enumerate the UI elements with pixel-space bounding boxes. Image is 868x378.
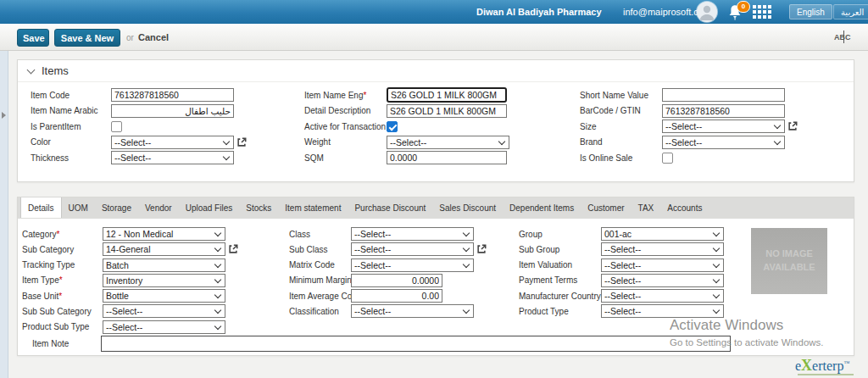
label-size: Size xyxy=(580,122,662,131)
tab-customer[interactable]: Customer xyxy=(581,197,631,218)
action-toolbar: Save Save & New or Cancel ABC xyxy=(0,24,868,51)
sqm-input[interactable] xyxy=(387,151,507,164)
save-and-new-button[interactable]: Save & New xyxy=(54,29,120,47)
item-image-placeholder: NO IMAGE AVAILABLE xyxy=(751,228,827,294)
label-weight: Weight xyxy=(304,137,387,147)
notification-count-badge: 0 xyxy=(737,1,750,13)
is-parent-item-checkbox[interactable] xyxy=(111,121,122,132)
tab-purchase-discount[interactable]: Purchase Discount xyxy=(348,197,432,218)
label-sub-sub-category: Sub Sub Category xyxy=(22,307,103,316)
tab-storage[interactable]: Storage xyxy=(95,197,138,218)
label-item-average-cost: Item Average Cost xyxy=(289,292,351,301)
apps-grid-icon[interactable] xyxy=(753,5,772,19)
chevron-down-icon xyxy=(713,307,720,314)
save-button[interactable]: Save xyxy=(17,29,49,47)
chevron-down-icon xyxy=(214,230,221,236)
chevron-down-icon xyxy=(774,122,781,129)
payment-terms-select[interactable]: --Select-- xyxy=(601,274,724,287)
label-category: Category* xyxy=(22,230,103,239)
label-matrix-code: Matrix Code xyxy=(289,260,351,270)
tab-upload-files[interactable]: Upload Files xyxy=(179,197,240,218)
top-header-bar: Diwan Al Badiyah Pharmacy info@maiprosof… xyxy=(0,0,868,24)
short-name-value-input[interactable] xyxy=(662,88,785,102)
chevron-down-icon xyxy=(214,260,221,267)
language-arabic-button[interactable]: العربية xyxy=(833,4,868,19)
item-note-row: Item Note xyxy=(32,336,731,352)
tracking-type-select[interactable]: Batch xyxy=(103,258,225,272)
tab-dependent-items[interactable]: Dependent Items xyxy=(503,197,581,218)
weight-select[interactable]: --Select-- xyxy=(387,136,509,149)
label-sqm: SQM xyxy=(304,153,387,163)
sidebar-expand-arrow-icon[interactable] xyxy=(2,112,6,119)
or-text: or xyxy=(126,33,134,42)
item-name-arabic-input[interactable] xyxy=(111,104,234,118)
text-cursor-icon xyxy=(843,31,844,43)
group-select[interactable]: 001-ac xyxy=(601,227,724,241)
label-product-type: Product Type xyxy=(519,307,601,316)
barcode-gtin-input[interactable] xyxy=(662,104,785,118)
external-link-icon[interactable] xyxy=(228,244,238,254)
spell-check-icon[interactable]: ABC xyxy=(834,33,851,42)
item-name-eng-input[interactable] xyxy=(387,87,507,103)
detail-description-input[interactable] xyxy=(387,104,507,118)
product-sub-type-select[interactable]: --Select-- xyxy=(103,320,225,334)
tab-vendor[interactable]: Vendor xyxy=(138,197,179,218)
tab-strip: Details UOM Storage Vendor Upload Files … xyxy=(18,197,854,219)
tab-details[interactable]: Details xyxy=(20,197,62,218)
language-english-button[interactable]: English xyxy=(789,4,832,19)
item-average-cost-input[interactable] xyxy=(351,289,442,303)
label-color: Color xyxy=(31,137,111,147)
user-avatar[interactable] xyxy=(697,2,717,22)
chevron-down-icon xyxy=(713,245,720,252)
item-note-input[interactable] xyxy=(101,336,731,352)
category-select[interactable]: 12 - Non Medical xyxy=(103,227,225,241)
sub-category-select[interactable]: 14-General xyxy=(103,242,225,256)
label-brand: Brand xyxy=(580,137,662,147)
label-thickness: Thickness xyxy=(31,153,111,163)
external-link-icon[interactable] xyxy=(476,244,487,254)
label-sub-category: Sub Category xyxy=(22,245,103,254)
label-minimum-margin: Minimum Margin xyxy=(289,275,351,285)
item-type-select[interactable]: Inventory xyxy=(103,274,225,287)
tab-stocks[interactable]: Stocks xyxy=(239,197,278,218)
matrix-code-select[interactable]: --Select-- xyxy=(351,258,474,272)
sub-sub-category-select[interactable]: --Select-- xyxy=(103,304,225,318)
sub-group-select[interactable]: --Select-- xyxy=(601,242,724,256)
label-sub-class: Sub Class xyxy=(289,245,351,254)
color-select[interactable]: --Select-- xyxy=(111,136,234,149)
chevron-down-icon xyxy=(214,292,221,298)
classification-select[interactable]: --Select-- xyxy=(351,304,474,318)
label-payment-terms: Payment Terms xyxy=(519,275,601,285)
label-item-name-arabic: Item Name Arabic xyxy=(31,106,111,115)
label-product-sub-type: Product Sub Type xyxy=(22,322,103,331)
item-valuation-select[interactable]: --Select-- xyxy=(601,258,724,272)
minimum-margin-input[interactable] xyxy=(351,274,442,287)
external-link-icon[interactable] xyxy=(236,137,247,147)
tab-tax[interactable]: TAX xyxy=(632,197,661,218)
cancel-link[interactable]: Cancel xyxy=(138,32,169,42)
chevron-down-icon xyxy=(214,245,221,252)
active-for-transaction-checkbox[interactable] xyxy=(387,121,398,132)
tab-uom[interactable]: UOM xyxy=(62,197,95,218)
tab-item-statement[interactable]: Item statement xyxy=(278,197,348,218)
sub-class-select[interactable]: --Select-- xyxy=(351,242,474,256)
tab-accounts[interactable]: Accounts xyxy=(660,197,709,218)
label-is-online-sale: Is Online Sale xyxy=(580,153,662,163)
item-code-input[interactable] xyxy=(111,88,234,102)
size-select[interactable]: --Select-- xyxy=(662,120,785,133)
base-unit-select[interactable]: Bottle xyxy=(103,289,225,303)
label-is-parent-item: Is ParentItem xyxy=(31,122,111,131)
items-panel-header[interactable]: Items xyxy=(18,60,854,82)
chevron-down-icon xyxy=(463,260,470,267)
manufacturer-country-select[interactable]: --Select-- xyxy=(601,289,724,303)
tab-sales-discount[interactable]: Sales Discount xyxy=(432,197,503,218)
brand-select[interactable]: --Select-- xyxy=(662,136,785,149)
thickness-select[interactable]: --Select-- xyxy=(111,151,234,164)
external-link-icon[interactable] xyxy=(787,121,798,131)
label-barcode-gtin: BarCode / GTIN xyxy=(580,106,662,115)
is-online-sale-checkbox[interactable] xyxy=(662,153,673,164)
class-select[interactable]: --Select-- xyxy=(351,227,474,241)
sidebar-collapsed-strip[interactable] xyxy=(0,51,8,378)
app-window: Diwan Al Badiyah Pharmacy info@maiprosof… xyxy=(0,0,868,378)
collapse-chevron-icon xyxy=(27,65,36,74)
